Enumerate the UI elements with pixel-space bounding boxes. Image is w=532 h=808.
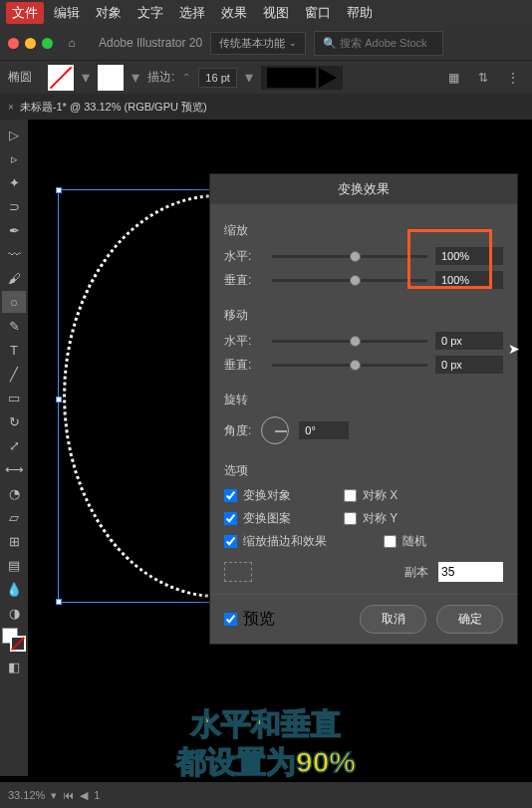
search-icon: 🔍 <box>323 37 337 49</box>
fill-stroke-control[interactable] <box>2 628 26 652</box>
perspective-tool[interactable]: ▱ <box>2 506 26 528</box>
brush-preview[interactable] <box>267 68 337 88</box>
shape-builder-tool[interactable]: ◔ <box>2 482 26 504</box>
line-tool[interactable]: ╱ <box>2 363 26 385</box>
decrement-icon[interactable]: ⌃ <box>182 72 190 83</box>
scale-v-label: 垂直: <box>224 272 264 289</box>
rotate-section-title: 旋转 <box>224 392 503 408</box>
ok-button[interactable]: 确定 <box>436 605 503 634</box>
transform-icon[interactable]: ⇅ <box>472 67 494 89</box>
menu-help[interactable]: 帮助 <box>341 2 379 24</box>
move-h-slider[interactable] <box>272 340 427 343</box>
app-title: Adobe Illustrator 20 <box>99 36 202 50</box>
menu-window[interactable]: 窗口 <box>299 2 337 24</box>
copies-input[interactable] <box>438 562 503 582</box>
transform-patterns-checkbox[interactable]: 变换图案 <box>224 510 324 527</box>
blend-tool[interactable]: ◑ <box>2 602 26 624</box>
minimize-window-icon[interactable] <box>25 38 36 49</box>
selection-tool[interactable]: ▷ <box>2 124 26 145</box>
eyedropper-tool[interactable]: 💧 <box>2 578 26 600</box>
toolbox: ▷ ▹ ✦ ⊃ ✒ 〰 🖌 ○ ✎ T ╱ ▭ ↻ ⤢ ⟷ ◔ ▱ ⊞ ▤ 💧 … <box>0 120 28 776</box>
menu-view[interactable]: 视图 <box>257 2 295 24</box>
scale-v-slider[interactable] <box>272 279 427 282</box>
shape-label: 椭圆 <box>8 69 32 86</box>
move-v-input[interactable] <box>435 356 503 374</box>
cancel-button[interactable]: 取消 <box>360 605 426 634</box>
workspace-select[interactable]: 传统基本功能 <box>210 32 306 55</box>
document-tab[interactable]: × 未标题-1* @ 33.12% (RGB/GPU 预览) <box>8 100 207 115</box>
menu-select[interactable]: 选择 <box>173 2 211 24</box>
reflect-y-checkbox[interactable]: 对称 Y <box>344 510 443 527</box>
menu-type[interactable]: 文字 <box>132 2 169 24</box>
status-bar: 33.12% ▾ ⏮ ◀ 1 <box>0 782 532 808</box>
stroke-swatch[interactable] <box>98 65 124 91</box>
magic-wand-tool[interactable]: ✦ <box>2 171 26 193</box>
move-v-slider[interactable] <box>272 364 427 367</box>
width-tool[interactable]: ⟷ <box>2 458 26 480</box>
rectangle-tool[interactable]: ▭ <box>2 387 26 408</box>
control-bar: 椭圆 ▾ ▾ 描边: ⌃ 16 pt ▾ ▦ ⇅ ⋮ <box>0 60 532 94</box>
document-tabs: × 未标题-1* @ 33.12% (RGB/GPU 预览) <box>0 94 532 120</box>
move-v-label: 垂直: <box>224 357 264 374</box>
maximize-window-icon[interactable] <box>42 38 53 49</box>
more-icon[interactable]: ⋮ <box>502 67 524 89</box>
preview-checkbox[interactable]: 预览 <box>224 609 324 630</box>
app-bar: ⌂ Adobe Illustrator 20 传统基本功能 🔍 搜索 Adobe… <box>0 26 532 60</box>
scale-strokes-checkbox[interactable]: 缩放描边和效果 <box>224 533 364 550</box>
move-h-label: 水平: <box>224 333 264 350</box>
nav-first-icon[interactable]: ⏮ <box>63 789 74 801</box>
angle-input[interactable] <box>299 421 349 439</box>
anchor-point-selector[interactable] <box>224 562 252 582</box>
dialog-title: 变换效果 <box>210 174 517 204</box>
align-icon[interactable]: ▦ <box>442 67 464 89</box>
window-controls[interactable] <box>8 38 53 49</box>
scale-section-title: 缩放 <box>224 222 503 239</box>
reflect-x-checkbox[interactable]: 对称 X <box>344 487 443 504</box>
close-window-icon[interactable] <box>8 38 19 49</box>
cursor-icon: ➤ <box>508 341 520 357</box>
mesh-tool[interactable]: ⊞ <box>2 530 26 552</box>
ellipse-tool[interactable]: ○ <box>2 291 26 313</box>
angle-dial[interactable] <box>261 416 289 444</box>
fill-swatch[interactable] <box>48 65 74 91</box>
scale-h-input[interactable] <box>435 247 503 265</box>
move-section-title: 移动 <box>224 307 503 324</box>
pen-tool[interactable]: ✒ <box>2 219 26 241</box>
transform-objects-checkbox[interactable]: 变换对象 <box>224 487 324 504</box>
type-tool[interactable]: T <box>2 339 26 361</box>
home-icon[interactable]: ⌂ <box>61 32 83 54</box>
tab-title: 未标题-1* @ 33.12% (RGB/GPU 预览) <box>20 100 207 115</box>
menu-bar: 文件 编辑 对象 文字 选择 效果 视图 窗口 帮助 <box>0 0 532 26</box>
zoom-level[interactable]: 33.12% <box>8 789 45 801</box>
zoom-dropdown-icon[interactable]: ▾ <box>51 789 57 802</box>
direct-selection-tool[interactable]: ▹ <box>2 147 26 169</box>
artboard-number[interactable]: 1 <box>94 789 100 801</box>
menu-edit[interactable]: 编辑 <box>48 2 86 24</box>
curvature-tool[interactable]: 〰 <box>2 243 26 265</box>
menu-effect[interactable]: 效果 <box>215 2 253 24</box>
search-input[interactable]: 🔍 搜索 Adobe Stock <box>314 31 443 56</box>
close-tab-icon[interactable]: × <box>8 102 14 113</box>
subtitle-overlay: 水平和垂直 都设置为90% <box>0 705 532 780</box>
rotate-tool[interactable]: ↻ <box>2 410 26 432</box>
scale-v-input[interactable] <box>435 271 503 289</box>
brush-tool[interactable]: 🖌 <box>2 267 26 289</box>
stroke-label: 描边: <box>147 69 174 86</box>
lasso-tool[interactable]: ⊃ <box>2 195 26 217</box>
nav-prev-icon[interactable]: ◀ <box>80 789 88 802</box>
scale-tool[interactable]: ⤢ <box>2 434 26 456</box>
options-section-title: 选项 <box>224 462 503 479</box>
scale-h-label: 水平: <box>224 248 264 265</box>
scale-h-slider[interactable] <box>272 255 427 258</box>
angle-label: 角度: <box>224 422 251 439</box>
stroke-weight-input[interactable]: 16 pt <box>198 68 236 88</box>
gradient-tool[interactable]: ▤ <box>2 554 26 576</box>
menu-object[interactable]: 对象 <box>90 2 128 24</box>
move-h-input[interactable] <box>435 332 503 350</box>
transform-effect-dialog: 变换效果 缩放 水平: 垂直: 移动 水平: 垂直: 旋转 角度: <box>209 173 518 645</box>
random-checkbox[interactable]: 随机 <box>384 533 483 550</box>
color-mode-icon[interactable]: ◧ <box>2 656 26 677</box>
paintbrush-tool[interactable]: ✎ <box>2 315 26 337</box>
menu-file[interactable]: 文件 <box>6 2 44 24</box>
copies-label: 副本 <box>404 564 428 581</box>
